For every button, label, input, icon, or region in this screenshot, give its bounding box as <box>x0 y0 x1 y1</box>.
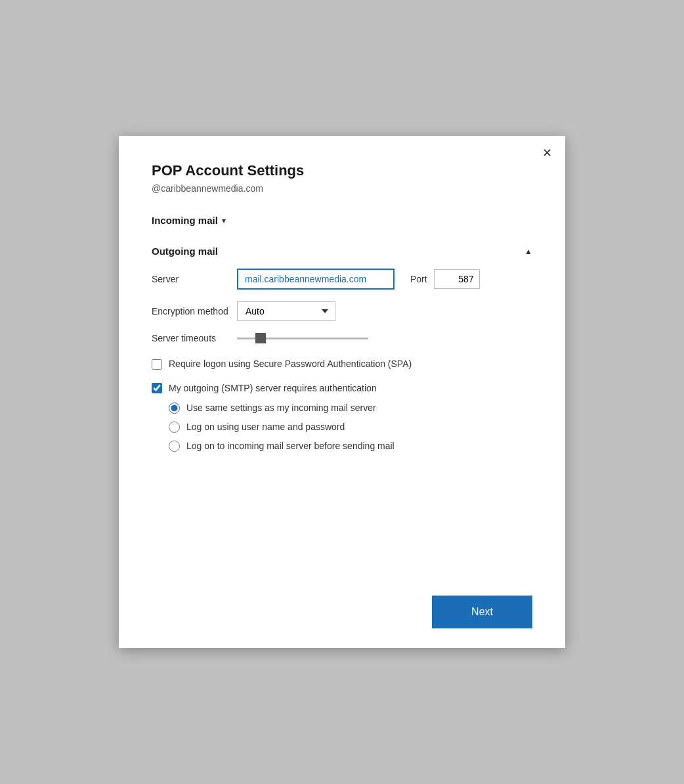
incoming-chevron-down-icon: ▾ <box>222 216 226 225</box>
outgoing-chevron-up-icon: ▲ <box>524 247 532 256</box>
port-label: Port <box>410 274 427 284</box>
outgoing-mail-header[interactable]: Outgoing mail ▲ <box>152 246 532 257</box>
timeout-row: Server timeouts <box>152 333 532 343</box>
server-input[interactable] <box>237 269 395 290</box>
radio-same-settings-row: Use same settings as my incoming mail se… <box>169 403 532 414</box>
dialog-subtitle: @caribbeannewmedia.com <box>152 183 532 194</box>
dialog-footer: Next <box>119 582 565 648</box>
encryption-row: Encryption method Auto None SSL/TLS STAR… <box>152 301 532 321</box>
spa-checkbox-row: Require logon using Secure Password Auth… <box>152 358 532 371</box>
timeout-label: Server timeouts <box>152 333 237 343</box>
encryption-label: Encryption method <box>152 306 237 316</box>
radio-logon-label: Log on using user name and password <box>186 422 345 432</box>
outgoing-mail-section: Outgoing mail ▲ Server Port Encryption m… <box>152 246 532 563</box>
port-input[interactable] <box>434 269 480 289</box>
radio-logon[interactable] <box>169 422 180 433</box>
radio-logon-row: Log on using user name and password <box>169 422 532 433</box>
radio-same-settings[interactable] <box>169 403 180 414</box>
pop-account-settings-dialog: ✕ POP Account Settings @caribbeannewmedi… <box>119 136 565 648</box>
smtp-checkbox-row: My outgoing (SMTP) server requires authe… <box>152 383 532 393</box>
close-button[interactable]: ✕ <box>538 144 556 162</box>
server-row: Server Port <box>152 269 532 290</box>
smtp-checkbox[interactable] <box>152 383 162 393</box>
timeout-slider[interactable] <box>237 338 368 339</box>
radio-same-settings-label: Use same settings as my incoming mail se… <box>186 403 376 413</box>
incoming-mail-title: Incoming mail <box>152 215 218 226</box>
dialog-content: POP Account Settings @caribbeannewmedia.… <box>119 136 565 582</box>
spa-checkbox[interactable] <box>152 359 162 370</box>
outgoing-mail-title: Outgoing mail <box>152 246 218 257</box>
next-button[interactable]: Next <box>432 596 532 628</box>
incoming-mail-section: Incoming mail ▾ <box>152 215 532 239</box>
encryption-select[interactable]: Auto None SSL/TLS STARTTLS <box>237 301 335 321</box>
spa-checkbox-label: Require logon using Secure Password Auth… <box>169 358 412 371</box>
radio-incoming-first-label: Log on to incoming mail server before se… <box>186 441 395 451</box>
server-label: Server <box>152 274 237 284</box>
radio-incoming-first[interactable] <box>169 441 180 452</box>
smtp-checkbox-label: My outgoing (SMTP) server requires authe… <box>169 383 377 393</box>
smtp-auth-radio-group: Use same settings as my incoming mail se… <box>152 403 532 452</box>
incoming-mail-header[interactable]: Incoming mail ▾ <box>152 215 532 226</box>
dialog-title: POP Account Settings <box>152 162 532 179</box>
radio-incoming-first-row: Log on to incoming mail server before se… <box>169 441 532 452</box>
